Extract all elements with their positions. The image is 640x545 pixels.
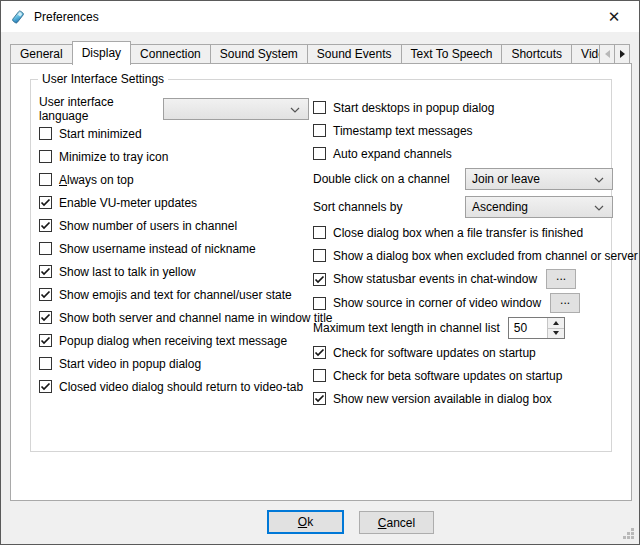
checkbox-auto-expand-channels[interactable]: Auto expand channels [313, 142, 613, 165]
checkbox-label: Show source in corner of video window [333, 296, 541, 310]
checkbox-box [39, 357, 52, 370]
checkbox-show-username[interactable]: Show username instead of nickname [39, 237, 307, 260]
max-text-length-label: Maximum text length in channel list [313, 321, 500, 335]
arrow-up-icon [553, 321, 559, 325]
spin-buttons [547, 318, 564, 338]
checkbox-show-new-version-dialog[interactable]: Show new version available in dialog box [313, 387, 613, 410]
checkbox-label: Start minimized [59, 127, 142, 141]
display-tab-page: User Interface Settings User interface l… [10, 63, 632, 501]
max-text-length-value[interactable]: 50 [509, 318, 547, 338]
checkbox-label: Closed video dialog should return to vid… [59, 380, 303, 394]
checkbox-show-emojis[interactable]: Show emojis and text for channel/user st… [39, 283, 307, 306]
chevron-down-icon [290, 107, 300, 113]
spin-up-button[interactable] [548, 318, 564, 329]
arrow-right-icon [620, 50, 625, 58]
checkbox-always-on-top[interactable]: Always on top [39, 168, 307, 191]
checkbox-box [39, 334, 52, 347]
checkbox-box [39, 242, 52, 255]
checkbox-box [313, 226, 326, 239]
checkbox-close-on-file-transfer[interactable]: Close dialog box when a file transfer is… [313, 221, 613, 244]
checkbox-label: Timestamp text messages [333, 124, 473, 138]
checkbox-start-minimized[interactable]: Start minimized [39, 122, 307, 145]
close-icon[interactable]: ✕ [597, 1, 631, 32]
resize-grip-icon[interactable] [623, 528, 635, 540]
user-interface-settings-group: User Interface Settings User interface l… [30, 79, 612, 452]
checkbox-label: Popup dialog when receiving text message [59, 334, 287, 348]
checkbox-box [39, 265, 52, 278]
checkbox-start-video-popup[interactable]: Start video in popup dialog [39, 352, 307, 375]
checkbox-dialog-when-excluded[interactable]: Show a dialog box when excluded from cha… [313, 244, 613, 267]
double-click-label: Double click on a channel [313, 172, 465, 186]
titlebar[interactable]: Preferences ✕ [1, 1, 639, 32]
video-source-config-button[interactable]: ... [550, 293, 580, 313]
cancel-button[interactable]: Cancel [359, 511, 434, 534]
max-text-length-row: Maximum text length in channel list 50 [313, 315, 613, 341]
checkbox-label: Show last to talk in yellow [59, 265, 196, 279]
language-combobox[interactable] [163, 98, 309, 120]
checkbox-last-to-talk-yellow[interactable]: Show last to talk in yellow [39, 260, 307, 283]
tab-scrollers [600, 44, 630, 64]
checkbox-show-user-count[interactable]: Show number of users in channel [39, 214, 307, 237]
statusbar-events-config-button[interactable]: ... [546, 269, 576, 289]
checkbox-label: Show emojis and text for channel/user st… [59, 288, 292, 302]
tab-shortcuts[interactable]: Shortcuts [501, 44, 572, 64]
groupbox-title: User Interface Settings [38, 72, 168, 86]
double-click-combobox[interactable]: Join or leave [465, 168, 613, 190]
checkbox-box [313, 273, 326, 286]
checkbox-box [39, 288, 52, 301]
sort-channels-combobox[interactable]: Ascending [465, 196, 613, 218]
checkbox-label: Minimize to tray icon [59, 150, 168, 164]
checkbox-box [313, 346, 326, 359]
checkbox-server-channel-in-title[interactable]: Show both server and channel name in win… [39, 306, 307, 329]
checkbox-label: Close dialog box when a file transfer is… [333, 226, 583, 240]
teamtalk-app-icon [10, 9, 26, 25]
checkbox-minimize-to-tray[interactable]: Minimize to tray icon [39, 145, 307, 168]
checkbox-label: Always on top [59, 173, 134, 187]
checkbox-box [313, 249, 326, 262]
tab-sound-system[interactable]: Sound System [210, 44, 308, 64]
checkbox-label: Show a dialog box when excluded from cha… [333, 249, 638, 263]
language-label: User interface language [39, 95, 163, 123]
checkbox-box [313, 101, 326, 114]
double-click-value: Join or leave [472, 172, 540, 186]
checkbox-box [313, 297, 326, 310]
preferences-tabbar: General Display Connection Sound System … [10, 41, 630, 64]
checkbox-enable-vu-meter[interactable]: Enable VU-meter updates [39, 191, 307, 214]
checkbox-label: Show both server and channel name in win… [59, 311, 333, 325]
language-row: User interface language [39, 96, 307, 122]
checkbox-check-beta-updates[interactable]: Check for beta software updates on start… [313, 364, 613, 387]
checkbox-label: Auto expand channels [333, 147, 452, 161]
checkbox-popup-text-message[interactable]: Popup dialog when receiving text message [39, 329, 307, 352]
tab-general[interactable]: General [10, 44, 73, 64]
left-column: User interface language Start minimized … [39, 96, 307, 398]
checkbox-closed-video-return[interactable]: Closed video dialog should return to vid… [39, 375, 307, 398]
spin-down-button[interactable] [548, 329, 564, 339]
checkbox-label: Check for software updates on startup [333, 346, 536, 360]
checkbox-box [39, 380, 52, 393]
checkbox-label: Show username instead of nickname [59, 242, 256, 256]
checkbox-timestamp-messages[interactable]: Timestamp text messages [313, 119, 613, 142]
chevron-down-icon [594, 177, 604, 183]
ok-button[interactable]: Ok [267, 510, 344, 534]
tab-scroll-right-button[interactable] [614, 44, 630, 64]
max-text-length-spinbox[interactable]: 50 [508, 317, 565, 339]
arrow-left-icon [605, 50, 610, 58]
checkbox-box [313, 147, 326, 160]
sort-channels-label: Sort channels by [313, 200, 465, 214]
checkbox-start-desktops-popup[interactable]: Start desktops in popup dialog [313, 96, 613, 119]
checkbox-check-updates[interactable]: Check for software updates on startup [313, 341, 613, 364]
preferences-dialog: Preferences ✕ General Display Connection… [0, 0, 640, 545]
checkbox-box [313, 392, 326, 405]
checkbox-video-source-corner[interactable]: Show source in corner of video window ..… [313, 291, 613, 315]
checkbox-label: Start desktops in popup dialog [333, 101, 494, 115]
double-click-row: Double click on a channel Join or leave [313, 165, 613, 193]
tab-display[interactable]: Display [72, 41, 131, 65]
checkbox-box [39, 150, 52, 163]
tab-scroll-left-button[interactable] [599, 44, 615, 64]
tab-connection[interactable]: Connection [130, 44, 211, 64]
tab-sound-events[interactable]: Sound Events [307, 44, 402, 64]
checkbox-label: Show new version available in dialog box [333, 392, 552, 406]
checkbox-statusbar-events[interactable]: Show statusbar events in chat-window ... [313, 267, 613, 291]
checkbox-box [39, 311, 52, 324]
tab-text-to-speech[interactable]: Text To Speech [401, 44, 503, 64]
